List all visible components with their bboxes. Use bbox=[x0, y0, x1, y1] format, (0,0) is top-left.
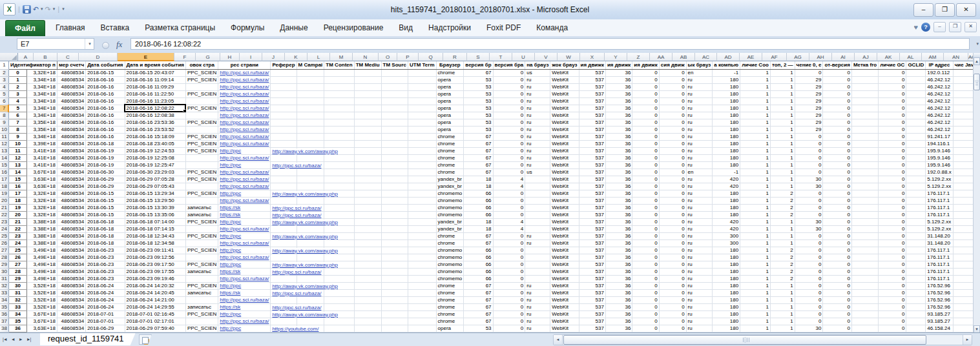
cell-AD21[interactable]: 0 bbox=[879, 204, 906, 211]
cell-U14[interactable]: 0 bbox=[632, 154, 659, 161]
cell-H20[interactable] bbox=[271, 197, 297, 204]
cell-AA1[interactable]: чение 0, е bbox=[795, 61, 823, 69]
cell-D9[interactable]: 2018-06-16 bbox=[86, 119, 125, 126]
cell-E28[interactable]: 2018-06-23 09:12:56 bbox=[125, 254, 185, 261]
cell-W30[interactable]: ru bbox=[686, 268, 713, 275]
cell-AF6[interactable]: 46.242.12 bbox=[926, 97, 953, 105]
cell-J18[interactable] bbox=[324, 183, 354, 190]
column-header-W[interactable]: W bbox=[558, 53, 580, 61]
cell-M16[interactable] bbox=[408, 168, 437, 176]
cell-AA32[interactable]: 0 bbox=[795, 282, 823, 289]
cell-AF30[interactable]: 176.117.1 bbox=[926, 268, 953, 275]
formula-input[interactable]: 2018-06-16 12:08:22 bbox=[130, 38, 970, 50]
cell-S14[interactable]: 537 bbox=[579, 154, 605, 161]
cell-B38[interactable]: 3,63E+18 bbox=[27, 325, 57, 332]
cell-H34[interactable] bbox=[271, 296, 297, 303]
cell-P5[interactable]: 0 bbox=[493, 90, 525, 97]
cell-R6[interactable]: WebKit bbox=[550, 97, 579, 105]
cell-K12[interactable] bbox=[354, 140, 381, 147]
cell-AC28[interactable] bbox=[851, 254, 878, 261]
cell-H30[interactable]: http://ppc.sci.ru/baza/ bbox=[271, 268, 297, 275]
cell-M32[interactable] bbox=[408, 282, 437, 289]
cell-Y12[interactable]: 1 bbox=[740, 140, 771, 147]
cell-G35[interactable]: https://sk bbox=[218, 303, 271, 310]
cell-C29[interactable]: 48608534 bbox=[57, 261, 85, 268]
cell-U21[interactable]: 0 bbox=[632, 204, 659, 211]
cell-M24[interactable] bbox=[408, 225, 437, 232]
cell-U19[interactable]: 0 bbox=[632, 190, 659, 197]
cell-P38[interactable]: 0 bbox=[493, 325, 525, 332]
cell-N7[interactable]: opera bbox=[436, 105, 464, 112]
cell-F15[interactable] bbox=[185, 161, 218, 168]
cell-L28[interactable] bbox=[381, 254, 408, 261]
cell-AF15[interactable]: 195.9.146 bbox=[926, 161, 953, 168]
cell-H31[interactable] bbox=[271, 275, 297, 282]
cell-AA2[interactable]: 0 bbox=[795, 69, 823, 76]
cell-AC33[interactable] bbox=[851, 289, 878, 296]
cell-D15[interactable]: 2018-06-19 bbox=[86, 161, 125, 168]
horizontal-scrollbar[interactable]: ◄ ► bbox=[553, 334, 972, 345]
cell-AF36[interactable]: 93.185.27 bbox=[926, 310, 953, 318]
cell-B35[interactable]: 3,52E+18 bbox=[27, 303, 57, 310]
row-header-9[interactable]: 9 bbox=[0, 119, 8, 126]
vertical-scrollbar[interactable]: ▲ ▼ bbox=[973, 53, 980, 333]
cell-L33[interactable] bbox=[381, 289, 408, 296]
cell-E38[interactable]: 2018-06-29 07:59:40 bbox=[125, 325, 185, 332]
cell-AC37[interactable] bbox=[851, 318, 878, 325]
cell-N5[interactable]: opera bbox=[436, 90, 464, 97]
cell-J35[interactable] bbox=[324, 303, 354, 310]
cell-C37[interactable]: 48608534 bbox=[57, 318, 85, 325]
cell-X8[interactable]: 180 bbox=[713, 112, 740, 119]
cell-H25[interactable]: http://away.vk.com/away.php bbox=[271, 232, 297, 239]
cell-AD34[interactable]: 0 bbox=[879, 296, 906, 303]
cell-AB17[interactable]: 0 bbox=[823, 176, 851, 183]
cell-C38[interactable]: 48608534 bbox=[57, 325, 85, 332]
cell-C23[interactable]: 48608534 bbox=[57, 218, 85, 225]
cell-A10[interactable]: 8 bbox=[8, 126, 26, 133]
cell-X38[interactable]: 180 bbox=[713, 325, 740, 332]
cell-G37[interactable]: http://ppc.sci.ru/baza/ bbox=[218, 318, 271, 325]
cell-P20[interactable]: 0 bbox=[493, 197, 525, 204]
cell-S23[interactable]: 537 bbox=[579, 218, 605, 225]
cell-S4[interactable]: 537 bbox=[579, 83, 605, 90]
cell-Q14[interactable]: ru bbox=[525, 154, 550, 161]
cell-W2[interactable]: en bbox=[686, 69, 713, 76]
cell-AE24[interactable] bbox=[906, 225, 926, 232]
cell-C16[interactable]: 48608534 bbox=[57, 168, 85, 176]
cell-D22[interactable]: 2018-06-15 bbox=[86, 211, 125, 218]
column-header-AJ[interactable]: AJ bbox=[855, 53, 877, 61]
ribbon-tab-3[interactable]: Формулы bbox=[223, 20, 272, 36]
row-header-3[interactable]: 3 bbox=[0, 76, 8, 83]
cell-S7[interactable]: 537 bbox=[579, 105, 605, 112]
cell-Q29[interactable] bbox=[525, 261, 550, 268]
cell-S5[interactable]: 537 bbox=[579, 90, 605, 97]
cell-A33[interactable]: 31 bbox=[8, 289, 26, 296]
cell-L36[interactable] bbox=[381, 310, 408, 318]
cell-AG30[interactable]: 1 bbox=[953, 268, 974, 275]
cell-B31[interactable]: 3,49E+18 bbox=[27, 275, 57, 282]
cell-AB28[interactable]: 0 bbox=[823, 254, 851, 261]
cell-AB23[interactable]: 0 bbox=[823, 218, 851, 225]
cell-Z29[interactable]: 2 bbox=[770, 261, 795, 268]
column-header-G[interactable]: G bbox=[196, 53, 220, 61]
cell-F14[interactable] bbox=[185, 154, 218, 161]
cell-AE5[interactable] bbox=[906, 90, 926, 97]
cell-X36[interactable]: 180 bbox=[713, 310, 740, 318]
cell-U18[interactable]: 0 bbox=[632, 183, 659, 190]
cell-A14[interactable]: 12 bbox=[8, 154, 26, 161]
cell-F29[interactable]: PPC_SCIEN bbox=[185, 261, 218, 268]
cell-X27[interactable]: 180 bbox=[713, 247, 740, 254]
row-header-12[interactable]: 12 bbox=[0, 140, 8, 147]
cell-G21[interactable]: https://sk bbox=[218, 204, 271, 211]
cell-T20[interactable]: 36 bbox=[605, 197, 632, 204]
row-header-33[interactable]: 33 bbox=[0, 289, 8, 296]
cell-H28[interactable] bbox=[271, 254, 297, 261]
cell-V10[interactable]: 0 bbox=[659, 126, 686, 133]
column-header-H[interactable]: H bbox=[220, 53, 240, 61]
cell-Z36[interactable]: 1 bbox=[770, 310, 795, 318]
cell-O31[interactable]: 66 bbox=[464, 275, 493, 282]
cell-M28[interactable] bbox=[408, 254, 437, 261]
cell-X11[interactable]: 180 bbox=[713, 133, 740, 140]
cell-C8[interactable]: 48608534 bbox=[57, 112, 85, 119]
cell-AA21[interactable]: 0 bbox=[795, 204, 823, 211]
